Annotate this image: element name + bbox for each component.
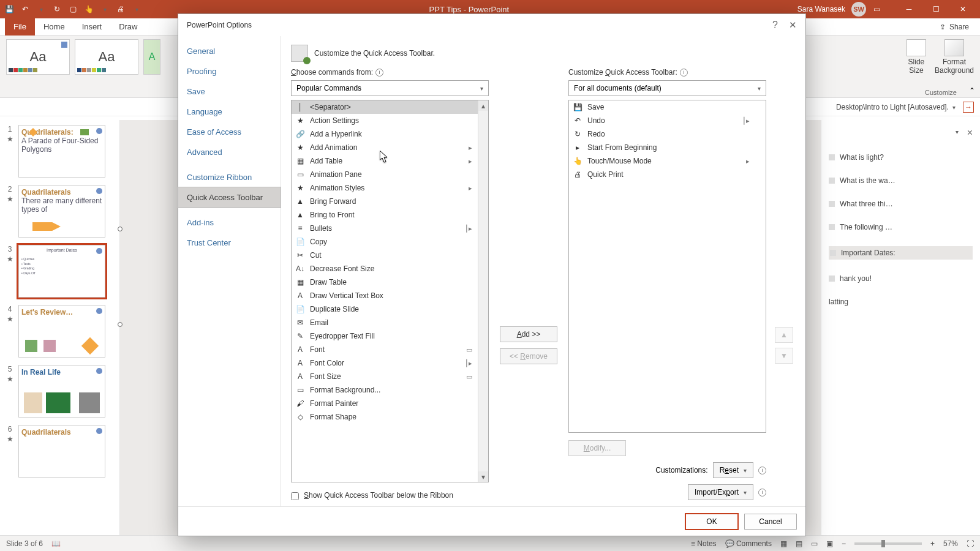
command-item[interactable]: AFont Size▭ — [292, 370, 488, 383]
command-item[interactable]: ★Add Animation▸ — [292, 141, 488, 154]
help-icon[interactable]: ? — [772, 20, 778, 31]
info-icon[interactable]: i — [680, 69, 688, 77]
touch-mode-dropdown-icon[interactable] — [100, 5, 109, 13]
command-item[interactable]: ▦Draw Table — [292, 276, 488, 289]
task-item[interactable]: Important Dates: — [829, 246, 973, 260]
sidebar-item-customize-ribbon[interactable]: Customize Ribbon — [178, 167, 281, 187]
sidebar-item-trust-center[interactable]: Trust Center — [178, 233, 281, 253]
choose-commands-dropdown[interactable]: Popular Commands — [291, 80, 489, 96]
tab-file[interactable]: File — [5, 18, 35, 36]
command-item[interactable]: │<Separator> — [292, 100, 488, 114]
sidebar-item-add-ins[interactable]: Add-ins — [178, 212, 281, 233]
qat-customize-dropdown-icon[interactable] — [132, 5, 141, 13]
task-item[interactable]: What is light? — [829, 153, 973, 162]
notes-button[interactable]: ≡ Notes — [691, 539, 717, 548]
ok-button[interactable]: OK — [685, 514, 738, 530]
tab-home[interactable]: Home — [35, 18, 74, 36]
start-show-icon[interactable]: ▢ — [69, 5, 77, 13]
task-item[interactable]: What is the wa… — [829, 176, 973, 185]
task-item[interactable]: hank you! — [829, 274, 973, 283]
slide-thumb[interactable]: Important Dates• Quizzes• Tests• Grading… — [18, 245, 105, 298]
zoom-out-icon[interactable]: − — [842, 539, 846, 548]
command-item[interactable]: ★Action Settings — [292, 114, 488, 127]
task-item[interactable]: The following … — [829, 223, 973, 231]
slide-thumb[interactable]: Quadrilaterals:A Parade of Four-Sided Po… — [18, 125, 105, 178]
slideshow-view-icon[interactable]: ▣ — [826, 539, 833, 548]
slide-size-button[interactable]: Slide Size — [907, 39, 926, 97]
command-item[interactable]: ★Animation Styles▸ — [292, 181, 488, 195]
import-export-button[interactable]: Import/Export — [688, 484, 753, 500]
comments-button[interactable]: 💬 Comments — [725, 539, 772, 548]
collapse-ribbon-icon[interactable]: ⌃ — [969, 86, 975, 95]
scroll-down-icon[interactable]: ▾ — [478, 471, 489, 482]
qat-item[interactable]: 👆Touch/Mouse Mode▸ — [569, 154, 766, 168]
command-item[interactable]: ADraw Vertical Text Box — [292, 289, 488, 302]
sidebar-item-advanced[interactable]: Advanced — [178, 142, 281, 162]
info-icon[interactable]: i — [758, 489, 766, 497]
slide-thumb[interactable]: Let's Review… — [18, 305, 105, 358]
slide-thumb[interactable]: Quadrilaterals — [18, 425, 105, 478]
reset-button[interactable]: Reset — [713, 462, 753, 478]
scrollbar[interactable]: ▴ ▾ — [478, 100, 488, 482]
move-up-button[interactable]: ▲ — [775, 327, 793, 343]
add-button[interactable]: Add >> — [500, 326, 557, 342]
command-item[interactable]: AFont▭ — [292, 343, 488, 356]
command-item[interactable]: ✎Eyedropper Text Fill — [292, 329, 488, 343]
command-item[interactable]: 🖌Format Painter — [292, 397, 488, 410]
minimize-button[interactable]: ─ — [897, 0, 921, 18]
theme-card[interactable]: Aa — [6, 39, 70, 75]
guide-handle[interactable] — [118, 227, 123, 231]
spellcheck-icon[interactable]: 📖 — [51, 539, 61, 548]
slide-thumb[interactable]: QuadrilateralsThere are many different t… — [18, 185, 105, 238]
command-item[interactable]: ✉Email — [292, 316, 488, 329]
zoom-level[interactable]: 57% — [943, 539, 958, 548]
guide-handle[interactable] — [118, 322, 123, 327]
sorter-view-icon[interactable]: ▤ — [796, 539, 802, 548]
command-item[interactable]: ▲Bring to Front — [292, 208, 488, 222]
available-commands-list[interactable]: │<Separator>★Action Settings🔗Add a Hyper… — [291, 100, 489, 482]
remove-button[interactable]: << Remove — [500, 348, 557, 364]
command-item[interactable]: 📄Duplicate Slide — [292, 302, 488, 316]
command-item[interactable]: ≡Bullets⎮▸ — [292, 222, 488, 235]
touch-mode-icon[interactable]: 👆 — [85, 5, 93, 13]
theme-card[interactable]: Aa — [75, 39, 138, 75]
command-item[interactable]: ✂Cut — [292, 249, 488, 262]
qat-item[interactable]: ▸Start From Beginning — [569, 141, 766, 154]
quick-print-icon[interactable]: 🖨 — [116, 5, 125, 13]
command-item[interactable]: ▭Format Background... — [292, 383, 488, 397]
normal-view-icon[interactable]: ▦ — [780, 539, 787, 548]
info-icon[interactable]: i — [375, 69, 383, 77]
command-item[interactable]: ▭Animation Pane — [292, 168, 488, 181]
undo-icon[interactable]: ↶ — [21, 5, 29, 13]
show-below-ribbon-checkbox[interactable] — [291, 492, 299, 500]
taskpane-close-icon[interactable]: × — [967, 127, 973, 138]
sidebar-item-quick-access-toolbar[interactable]: Quick Access Toolbar — [178, 187, 281, 208]
command-item[interactable]: 🔗Add a Hyperlink — [292, 127, 488, 141]
qat-item[interactable]: ↶Undo⎮▸ — [569, 114, 766, 127]
sidebar-item-ease-of-access[interactable]: Ease of Access — [178, 122, 281, 142]
tab-insert[interactable]: Insert — [74, 18, 111, 36]
move-down-button[interactable]: ▼ — [775, 348, 793, 364]
close-button[interactable]: ✕ — [951, 0, 975, 18]
command-item[interactable]: AFont Color⎮▸ — [292, 356, 488, 370]
qat-item[interactable]: 🖨Quick Print — [569, 168, 766, 181]
zoom-in-icon[interactable]: + — [930, 539, 935, 548]
user-avatar[interactable]: SW — [851, 2, 866, 17]
sidebar-item-general[interactable]: General — [178, 41, 281, 61]
slide-thumb[interactable]: In Real Life — [18, 365, 105, 418]
fit-to-window-icon[interactable]: ⛶ — [967, 539, 974, 548]
command-item[interactable]: A↓Decrease Font Size — [292, 262, 488, 276]
info-icon[interactable]: i — [758, 467, 766, 474]
cancel-button[interactable]: Cancel — [744, 514, 797, 530]
reading-view-icon[interactable]: ▭ — [811, 539, 818, 548]
save-icon[interactable]: 💾 — [5, 5, 13, 13]
sidebar-item-proofing[interactable]: Proofing — [178, 61, 281, 81]
undo-dropdown-icon[interactable] — [37, 5, 45, 13]
scroll-up-icon[interactable]: ▴ — [478, 100, 489, 111]
command-item[interactable]: ▦Add Table▸ — [292, 154, 488, 168]
maximize-button[interactable]: ☐ — [924, 0, 948, 18]
file-path-dropdown-icon[interactable] — [952, 103, 956, 111]
theme-gallery[interactable]: Aa Aa A — [6, 39, 160, 97]
task-item[interactable]: latting — [829, 298, 973, 306]
redo-icon[interactable]: ↻ — [53, 5, 61, 13]
